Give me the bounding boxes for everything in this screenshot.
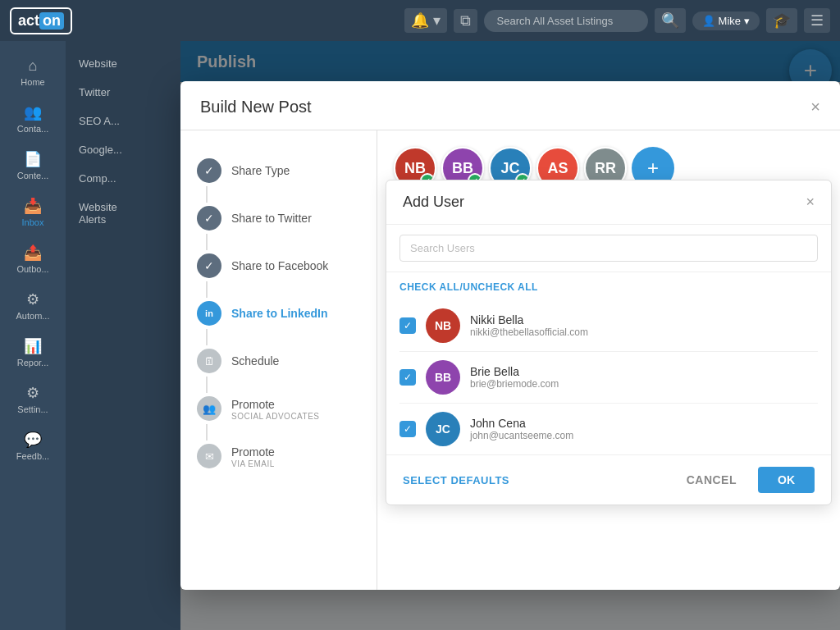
cancel-button[interactable]: CANCEL [673, 467, 750, 493]
reports-icon: 📊 [24, 337, 42, 355]
search-icon[interactable]: 🔍 [655, 8, 686, 33]
logo-act: act [18, 12, 39, 30]
user-avatar-brie: BB [426, 360, 460, 395]
user-email-brie: brie@briemode.com [470, 378, 818, 390]
feedback-icon: 💬 [24, 431, 42, 449]
add-user-close-button[interactable]: × [806, 194, 815, 211]
sidebar-label-content: Conte... [17, 171, 49, 180]
user-email-john: john@ucantseeme.com [470, 430, 818, 441]
step-sublabel-promote-email: VIA EMAIL [231, 459, 275, 468]
chevron-down-icon: ▾ [744, 15, 750, 27]
user-label: Mike [719, 15, 741, 27]
search-users-input[interactable] [399, 235, 818, 262]
user-menu[interactable]: 👤 Mike ▾ [692, 11, 760, 30]
sidebar-label-automation: Autom... [16, 311, 50, 321]
outbound-icon: 📤 [24, 244, 42, 262]
add-user-header: Add User × [386, 180, 831, 225]
sidebar-item-content[interactable]: 📄 Conte... [0, 142, 66, 189]
sidebar-item-feedback[interactable]: 💬 Feedb... [0, 422, 66, 469]
modal-content-area: NB ✓ BB ✓ JC ✓ [377, 130, 840, 590]
step-schedule[interactable]: 🗓 Schedule [180, 337, 377, 385]
user-list: ✓ NB Nikki Bella nikki@thebellasofficial… [386, 300, 831, 454]
search-input[interactable] [484, 10, 648, 32]
hat-icon[interactable]: 🎓 [766, 8, 797, 33]
automation-icon: ⚙ [26, 290, 39, 308]
modal-close-button[interactable]: × [810, 98, 820, 116]
step-share-type[interactable]: ✓ Share Type [180, 147, 377, 194]
content-area: Publish + Build New Post × ✓ [180, 41, 840, 630]
ok-button[interactable]: OK [758, 467, 815, 493]
step-label-twitter: Share to Twitter [231, 212, 312, 225]
build-new-post-modal: Build New Post × ✓ Share Type [180, 81, 840, 590]
sidebar-label-settings: Settin... [17, 404, 48, 414]
user-info-brie: Brie Bella brie@briemode.com [470, 365, 818, 390]
inbound-icon: 📥 [24, 197, 42, 215]
select-defaults-button[interactable]: SELECT DEFAULTS [403, 474, 509, 486]
sidebar-item-home[interactable]: ⌂ Home [0, 49, 66, 95]
user-item-john: ✓ JC John Cena john@ucantseeme.com [399, 404, 818, 454]
user-name-john: John Cena [470, 417, 818, 430]
check-all-link[interactable]: CHECK ALL/UNCHECK ALL [399, 281, 538, 293]
sidebar-label-contacts: Conta... [17, 124, 49, 134]
sub-item-google[interactable]: Google... [66, 135, 180, 164]
user-checkbox-john[interactable]: ✓ [399, 421, 416, 437]
settings-icon: ⚙ [26, 384, 39, 402]
step-label-promote-email: Promote [231, 445, 275, 459]
add-user-dialog: Add User × CHECK ALL/UNCHECK ALL [386, 180, 832, 505]
logo-on: on [39, 12, 64, 30]
step-icon-promote-email: ✉ [197, 444, 221, 468]
sub-sidebar: Website Twitter SEO A... Google... Comp.… [66, 41, 180, 630]
sidebar-item-contacts[interactable]: 👥 Conta... [0, 95, 66, 142]
main-layout: ⌂ Home 👥 Conta... 📄 Conte... 📥 Inbox 📤 O… [0, 41, 840, 630]
add-user-footer: SELECT DEFAULTS CANCEL OK [386, 454, 831, 504]
user-item-nikki: ✓ NB Nikki Bella nikki@thebellasofficial… [399, 300, 818, 352]
step-linkedin[interactable]: in Share to LinkedIn [180, 290, 377, 337]
sidebar: ⌂ Home 👥 Conta... 📄 Conte... 📥 Inbox 📤 O… [0, 41, 66, 630]
sub-item-comp[interactable]: Comp... [66, 164, 180, 193]
user-icon: 👤 [702, 15, 715, 27]
step-sublabel-promote-social: SOCIAL ADVOCATES [231, 412, 319, 421]
step-twitter[interactable]: ✓ Share to Twitter [180, 194, 377, 242]
contacts-icon: 👥 [24, 103, 42, 121]
topbar-icons: 🔔 ▾ ⧉ 🔍 👤 Mike ▾ 🎓 ☰ [404, 8, 830, 33]
topbar: act on 🔔 ▾ ⧉ 🔍 👤 Mike ▾ 🎓 ☰ [0, 0, 840, 41]
step-label-share-type: Share Type [231, 164, 290, 177]
sidebar-item-outbound[interactable]: 📤 Outbo... [0, 235, 66, 282]
sub-item-seo[interactable]: SEO A... [66, 107, 180, 135]
modal-body: ✓ Share Type ✓ Share to Twitter ✓ Share … [180, 130, 840, 590]
app-logo[interactable]: act on [10, 7, 72, 34]
step-icon-schedule: 🗓 [197, 349, 221, 373]
copy-icon[interactable]: ⧉ [454, 9, 477, 33]
step-facebook[interactable]: ✓ Share to Facebook [180, 242, 377, 290]
sidebar-item-settings[interactable]: ⚙ Settin... [0, 376, 66, 422]
user-info-nikki: Nikki Bella nikki@thebellasofficial.com [470, 313, 818, 338]
sidebar-label-outbound: Outbo... [16, 264, 48, 274]
user-email-nikki: nikki@thebellasofficial.com [470, 326, 818, 338]
step-label-promote-social: Promote [231, 398, 275, 411]
check-all-row: CHECK ALL/UNCHECK ALL [386, 272, 831, 300]
user-avatar-nikki: NB [426, 308, 460, 343]
step-icon-linkedin: in [197, 301, 221, 326]
menu-icon[interactable]: ☰ [804, 8, 830, 33]
sidebar-label-home: Home [21, 77, 44, 87]
sidebar-label-feedback: Feedb... [16, 451, 49, 461]
step-promote-social[interactable]: 👥 Promote SOCIAL ADVOCATES [180, 385, 377, 432]
sidebar-item-automation[interactable]: ⚙ Autom... [0, 282, 66, 329]
user-checkbox-nikki[interactable]: ✓ [399, 317, 416, 334]
sub-item-twitter[interactable]: Twitter [66, 78, 180, 107]
home-icon: ⌂ [29, 57, 38, 75]
sidebar-label-reports: Repor... [17, 358, 49, 368]
sub-item-alerts[interactable]: WebsiteAlerts [66, 193, 180, 234]
step-promote-email[interactable]: ✉ Promote VIA EMAIL [180, 432, 377, 480]
step-icon-facebook: ✓ [197, 253, 221, 278]
modal-title: Build New Post [200, 98, 312, 116]
sub-item-website[interactable]: Website [66, 49, 180, 78]
notification-icon[interactable]: 🔔 ▾ [404, 8, 447, 33]
search-users-row [386, 225, 831, 272]
add-user-title: Add User [403, 194, 464, 211]
user-name-brie: Brie Bella [470, 365, 818, 378]
sidebar-item-reports[interactable]: 📊 Repor... [0, 329, 66, 376]
user-checkbox-brie[interactable]: ✓ [399, 369, 416, 386]
sidebar-item-inbound[interactable]: 📥 Inbox [0, 189, 66, 235]
sidebar-label-inbound: Inbox [22, 217, 44, 227]
